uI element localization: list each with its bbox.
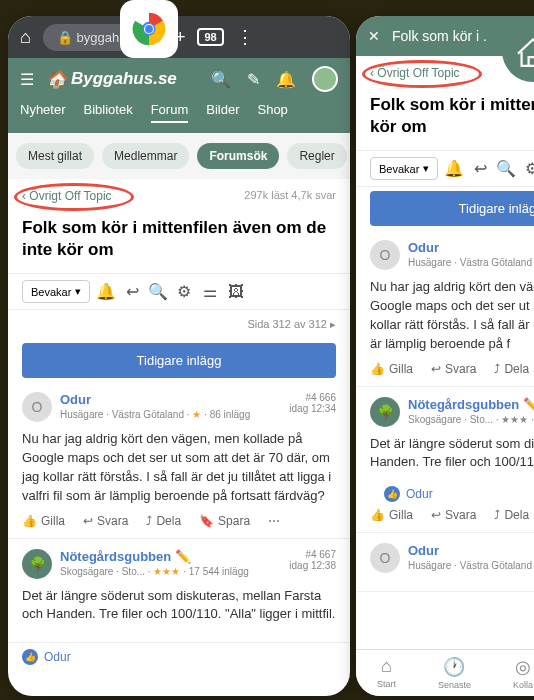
phone-left: ⌂ 🔒 byggahu + 98 ⋮ ☰ 🏠 Byggahus.se 🔍 ✎ 🔔… xyxy=(8,16,350,696)
close-icon[interactable]: ✕ xyxy=(368,28,380,44)
post-avatar[interactable]: 🌳 xyxy=(22,549,52,579)
post-username[interactable]: Odur xyxy=(60,392,281,407)
bell-icon[interactable]: 🔔 xyxy=(276,70,296,89)
menu-icon[interactable]: ⋮ xyxy=(236,26,254,48)
avatar[interactable] xyxy=(312,66,338,92)
pill-forumsok[interactable]: Forumsök xyxy=(197,143,279,169)
post-actions: 👍 Gilla ↩ Svara ⤴ Dela 🔖 Spara ⋯ xyxy=(22,514,336,528)
share-button[interactable]: ⤴ Dela xyxy=(494,508,529,522)
site-logo[interactable]: 🏠 Byggahus.se xyxy=(46,69,199,90)
bell-icon[interactable]: 🔔 xyxy=(96,282,116,302)
nav-nyheter[interactable]: Nyheter xyxy=(20,102,66,123)
nav-forum[interactable]: Forum xyxy=(151,102,189,123)
nav-senaste[interactable]: 🕐Senaste xyxy=(438,656,471,690)
svg-point-4 xyxy=(145,25,153,33)
share-button[interactable]: ⤴ Dela xyxy=(146,514,181,528)
thread-stats: 297k läst 4,7k svar xyxy=(244,189,336,203)
chrome-app-icon xyxy=(120,0,178,58)
thread-toolbar: Bevakar ▾ 🔔 ↩ 🔍 ⚙ ⚌ 🖼 xyxy=(8,273,350,310)
reply-icon[interactable]: ↩ xyxy=(122,282,142,302)
search-icon[interactable]: 🔍 xyxy=(148,282,168,302)
more-icon[interactable]: ⋯ xyxy=(268,514,280,528)
reply-button[interactable]: ↩ Svara xyxy=(83,514,128,528)
post-actions: 👍 Gilla ↩ Svara ⤴ Dela xyxy=(370,508,534,522)
thread-title: Folk som kör i mittenfilen även om de in… xyxy=(8,213,350,273)
previous-posts-button[interactable]: Tidigare inlägg xyxy=(22,343,336,378)
post-meta: Husägare · Västra Götaland · ★ xyxy=(408,560,534,571)
bottom-nav: ⌂Start 🕐Senaste ◎Kolla ☆Bevakningar xyxy=(356,649,534,696)
share-button[interactable]: ⤴ Dela xyxy=(494,362,529,376)
bell-icon[interactable]: 🔔 xyxy=(444,159,464,179)
gear-icon[interactable]: ⚙ xyxy=(174,282,194,302)
previous-posts-button[interactable]: Tidigare inlägg xyxy=(370,191,534,226)
nav-kolla[interactable]: ◎Kolla xyxy=(513,656,533,690)
filter-icon[interactable]: ⚌ xyxy=(200,282,220,302)
post: O Odur Husägare · Västra Götaland · ★ · … xyxy=(356,230,534,386)
like-icon: 👍 xyxy=(22,649,38,665)
header-title: Folk som kör i . xyxy=(392,28,487,44)
reply-button[interactable]: ↩ Svara xyxy=(431,362,476,376)
browser-address-bar: ⌂ 🔒 byggahu + 98 ⋮ xyxy=(8,16,350,58)
post: 🌳 Nötegårdsgubben ✏️ Skogsägare · Sto...… xyxy=(356,387,534,534)
post-username[interactable]: Odur xyxy=(408,543,534,558)
nav-bilder[interactable]: Bilder xyxy=(206,102,239,123)
save-button[interactable]: 🔖 Spara xyxy=(199,514,250,528)
like-button[interactable]: 👍 Gilla xyxy=(370,508,413,522)
nav-shop[interactable]: Shop xyxy=(257,102,287,123)
clock-icon: 🕐 xyxy=(438,656,471,678)
watch-button[interactable]: Bevakar ▾ xyxy=(22,280,90,303)
post: O Odur Husägare · Västra Götaland · ★ xyxy=(356,533,534,592)
gear-icon[interactable]: ⚙ xyxy=(522,159,534,179)
post-number: #4 666idag 12:34 xyxy=(289,392,336,422)
reply-button[interactable]: ↩ Svara xyxy=(431,508,476,522)
main-nav: Nyheter Bibliotek Forum Bilder Shop xyxy=(20,102,338,125)
like-button[interactable]: 👍 Gilla xyxy=(370,362,413,376)
reply-icon[interactable]: ↩ xyxy=(470,159,490,179)
search-icon[interactable]: 🔍 xyxy=(211,70,231,89)
post-avatar[interactable]: 🌳 xyxy=(370,397,400,427)
reaction-row[interactable]: 👍Odur xyxy=(370,480,534,508)
watch-button[interactable]: Bevakar ▾ xyxy=(370,157,438,180)
search-icon[interactable]: 🔍 xyxy=(496,159,516,179)
post-username[interactable]: Nötegårdsgubben ✏️ xyxy=(408,397,534,412)
pagination[interactable]: Sida 312 av 312 ▸ xyxy=(8,310,350,339)
thread-title: Folk som kör i mittenfilen ä inte kör om xyxy=(356,90,534,150)
site-header: ☰ 🏠 Byggahus.se 🔍 ✎ 🔔 Nyheter Bibliotek … xyxy=(8,58,350,133)
post-avatar[interactable]: O xyxy=(370,240,400,270)
nav-bibliotek[interactable]: Bibliotek xyxy=(84,102,133,123)
tab-count[interactable]: 98 xyxy=(197,28,223,46)
phone-right: ✕ Folk som kör i . ‹ Övrigt Off Topic Fo… xyxy=(356,16,534,696)
compose-icon[interactable]: ✎ xyxy=(247,70,260,89)
pill-mest-gillat[interactable]: Mest gillat xyxy=(16,143,94,169)
like-icon: 👍 xyxy=(384,486,400,502)
like-button[interactable]: 👍 Gilla xyxy=(22,514,65,528)
home-icon[interactable]: ⌂ xyxy=(20,27,31,48)
nav-start[interactable]: ⌂Start xyxy=(377,656,396,690)
thread-toolbar: Bevakar ▾ 🔔 ↩ 🔍 ⚙ ⚌ xyxy=(356,150,534,187)
post-body: Det är längre söderut som diskuteras och… xyxy=(370,435,534,473)
pill-regler[interactable]: Regler xyxy=(287,143,346,169)
post-avatar[interactable]: O xyxy=(22,392,52,422)
post-meta: Husägare · Västra Götaland · ★ · 86 inlä… xyxy=(60,409,281,420)
post-meta: Skogsägare · Sto... · ★★★ · 17 544 inläg… xyxy=(60,566,281,577)
post-avatar[interactable]: O xyxy=(370,543,400,573)
post-body: Det är längre söderut som diskuteras, me… xyxy=(22,587,336,625)
breadcrumb-link[interactable]: ‹ Övrigt Off Topic xyxy=(370,66,460,80)
post: 🌳 Nötegårdsgubben ✏️ Skogsägare · Sto...… xyxy=(8,539,350,644)
post-username[interactable]: Odur xyxy=(408,240,534,255)
post-body: Nu har jag aldrig kört den vägen, men Go… xyxy=(370,278,534,353)
sub-nav: Mest gillat Medlemmar Forumsök Regler xyxy=(8,133,350,179)
post-meta: Skogsägare · Sto... · ★★★ · 17 54 xyxy=(408,414,534,425)
home-icon: ⌂ xyxy=(377,656,396,677)
image-icon[interactable]: 🖼 xyxy=(226,282,246,302)
post-number: #4 667idag 12:38 xyxy=(289,549,336,579)
post-meta: Husägare · Västra Götaland · ★ · 86 xyxy=(408,257,534,268)
reaction-row[interactable]: 👍Odur xyxy=(8,643,350,671)
pill-medlemmar[interactable]: Medlemmar xyxy=(102,143,189,169)
post: O Odur Husägare · Västra Götaland · ★ · … xyxy=(8,382,350,538)
post-actions: 👍 Gilla ↩ Svara ⤴ Dela xyxy=(370,362,534,376)
eye-icon: ◎ xyxy=(513,656,533,678)
post-username[interactable]: Nötegårdsgubben ✏️ xyxy=(60,549,281,564)
breadcrumb-link[interactable]: ‹ Övrigt Off Topic xyxy=(22,189,112,203)
hamburger-icon[interactable]: ☰ xyxy=(20,70,34,89)
